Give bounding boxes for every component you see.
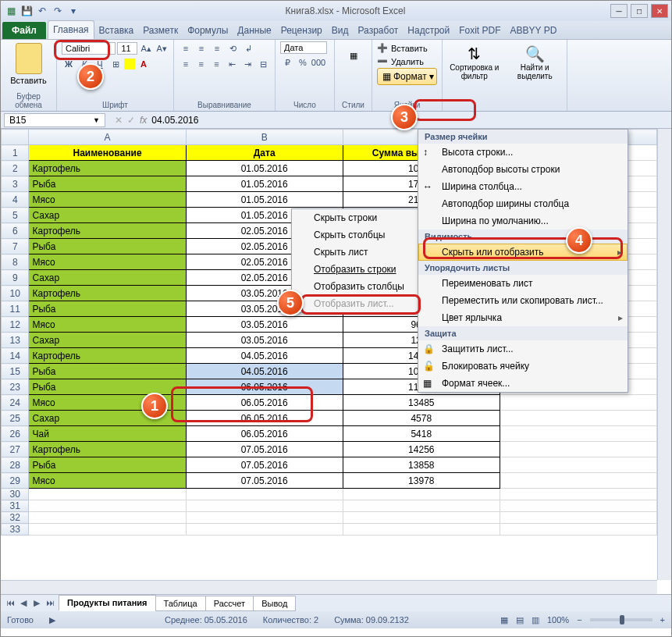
align-middle-icon[interactable]: ≡: [194, 41, 208, 55]
delete-cells-button[interactable]: ➖Удалить: [377, 55, 437, 68]
tab-review[interactable]: Рецензир: [276, 22, 327, 39]
tab-view[interactable]: Вид: [327, 22, 354, 39]
hide-columns-item[interactable]: Скрыть столбцы: [292, 226, 423, 244]
styles-label: Стили: [340, 99, 367, 109]
percent-icon[interactable]: %: [296, 55, 310, 69]
sheet-tab-products[interactable]: Продукты питания: [59, 595, 156, 611]
zoom-out-icon[interactable]: −: [577, 615, 581, 625]
align-top-icon[interactable]: ≡: [179, 41, 193, 55]
format-cells-item[interactable]: ▦Формат ячеек...: [418, 375, 628, 392]
zoom-level[interactable]: 100%: [547, 615, 569, 625]
fx-icon[interactable]: fx: [140, 115, 147, 126]
tab-data[interactable]: Данные: [233, 22, 276, 39]
hide-rows-item[interactable]: Скрыть строки: [292, 209, 423, 226]
wrap-text-icon[interactable]: ↲: [241, 41, 255, 55]
orientation-icon[interactable]: ⟲: [226, 41, 240, 55]
font-color-icon[interactable]: A: [137, 57, 151, 71]
section-organize: Упорядочить листы: [418, 261, 628, 275]
autofit-col-item[interactable]: Автоподбор ширины столбца: [418, 195, 628, 212]
increase-font-icon[interactable]: A▴: [139, 41, 153, 55]
callout-1: 1: [141, 393, 168, 419]
tab-foxit[interactable]: Foxit PDF: [454, 22, 505, 39]
protect-sheet-item[interactable]: 🔒Защитить лист...: [418, 340, 628, 358]
tab-layout[interactable]: Разметк: [138, 22, 183, 39]
fill-color-icon[interactable]: [124, 59, 135, 69]
nav-next-icon[interactable]: ▶: [30, 598, 43, 608]
qat-more-icon[interactable]: ▾: [66, 4, 80, 18]
delete-cells-icon: ➖: [377, 56, 388, 66]
border-icon[interactable]: ⊞: [108, 57, 123, 71]
view-layout-icon[interactable]: ▤: [516, 615, 524, 625]
paste-icon[interactable]: [16, 43, 42, 74]
zoom-slider[interactable]: [590, 618, 652, 621]
increase-indent-icon[interactable]: ⇥: [240, 57, 254, 71]
tab-addins[interactable]: Надстрой: [403, 22, 454, 39]
lock-icon: 🔒: [423, 343, 436, 356]
nav-first-icon[interactable]: ⏮: [4, 598, 16, 608]
decrease-font-icon[interactable]: A▾: [155, 41, 169, 55]
sheet-tab-calc[interactable]: Рассчет: [205, 596, 254, 611]
view-normal-icon[interactable]: ▦: [500, 615, 508, 625]
sheet-tab-output[interactable]: Вывод: [253, 596, 296, 611]
show-sheet-item[interactable]: Отобразить лист...: [292, 295, 423, 312]
enter-icon[interactable]: ✓: [127, 115, 135, 126]
section-visibility: Видимость: [418, 230, 628, 244]
insert-cells-button[interactable]: ➕Вставить: [377, 41, 437, 55]
macro-record-icon[interactable]: ▶: [49, 615, 55, 625]
comma-icon[interactable]: 000: [311, 55, 325, 69]
decrease-indent-icon[interactable]: ⇤: [225, 57, 239, 71]
align-left-icon[interactable]: ≡: [179, 57, 193, 71]
col-width-icon: ↔: [423, 181, 436, 194]
styles-icon[interactable]: ▦: [340, 51, 367, 61]
rename-sheet-item[interactable]: Переименовать лист: [418, 275, 628, 292]
row-height-item[interactable]: ↕Высота строки...: [418, 144, 628, 161]
font-size-select[interactable]: 11: [117, 42, 137, 55]
align-right-icon[interactable]: ≡: [210, 57, 224, 71]
nav-prev-icon[interactable]: ◀: [17, 598, 30, 608]
view-break-icon[interactable]: ▥: [532, 615, 539, 625]
alignment-label: Выравнивание: [179, 99, 270, 109]
paste-button[interactable]: Вставить: [5, 76, 52, 85]
autofit-row-item[interactable]: Автоподбор высоты строки: [418, 161, 628, 178]
close-button[interactable]: ✕: [651, 4, 668, 18]
redo-icon[interactable]: ↷: [51, 4, 65, 18]
vertical-scrollbar[interactable]: [657, 129, 671, 580]
tab-formulas[interactable]: Формулы: [183, 22, 233, 39]
lock-cell-item[interactable]: 🔓Блокировать ячейку: [418, 358, 628, 375]
align-center-icon[interactable]: ≡: [194, 57, 208, 71]
save-icon[interactable]: 💾: [20, 4, 34, 18]
file-tab[interactable]: Файл: [2, 22, 46, 39]
cancel-icon[interactable]: ✕: [115, 115, 123, 126]
show-columns-item[interactable]: Отобразить столбцы: [292, 278, 423, 295]
name-box[interactable]: B15▼: [4, 113, 105, 127]
column-width-item[interactable]: ↔Ширина столбца...: [418, 178, 628, 195]
nav-last-icon[interactable]: ⏭: [44, 598, 56, 608]
hide-sheet-item[interactable]: Скрыть лист: [292, 244, 423, 261]
tab-abbyy[interactable]: ABBYY PD: [506, 22, 562, 39]
default-width-item[interactable]: Ширина по умолчанию...: [418, 212, 628, 230]
sort-filter-button[interactable]: ⇅ Сортировка и фильтр: [447, 44, 502, 80]
font-name-select[interactable]: Calibri: [62, 42, 116, 55]
undo-icon[interactable]: ↶: [35, 4, 49, 18]
tab-insert[interactable]: Вставка: [94, 22, 139, 39]
sheet-tab-table[interactable]: Таблица: [155, 596, 206, 611]
maximize-button[interactable]: □: [631, 4, 648, 18]
number-format-select[interactable]: Дата: [280, 41, 327, 54]
format-cells-button[interactable]: ▦Формат▾: [377, 68, 437, 85]
find-select-button[interactable]: 🔍 Найти и выделить: [508, 44, 563, 80]
hide-show-item[interactable]: Скрыть или отобразить: [418, 244, 628, 261]
move-copy-item[interactable]: Переместить или скопировать лист...: [418, 292, 628, 309]
minimize-button[interactable]: ─: [610, 4, 628, 18]
zoom-in-icon[interactable]: +: [660, 615, 665, 625]
tab-color-item[interactable]: Цвет ярлычка: [418, 309, 628, 326]
tab-home[interactable]: Главная: [48, 20, 94, 39]
currency-icon[interactable]: ₽: [280, 55, 294, 69]
horizontal-scrollbar[interactable]: [1, 580, 657, 594]
merge-icon[interactable]: ⊟: [256, 57, 270, 71]
show-rows-item[interactable]: Отобразить строки: [292, 261, 423, 278]
align-bottom-icon[interactable]: ≡: [210, 41, 224, 55]
tab-developer[interactable]: Разработ: [354, 22, 404, 39]
bold-button[interactable]: Ж: [62, 57, 76, 71]
status-ready: Готово: [7, 615, 34, 625]
chevron-down-icon: ▼: [93, 116, 100, 124]
